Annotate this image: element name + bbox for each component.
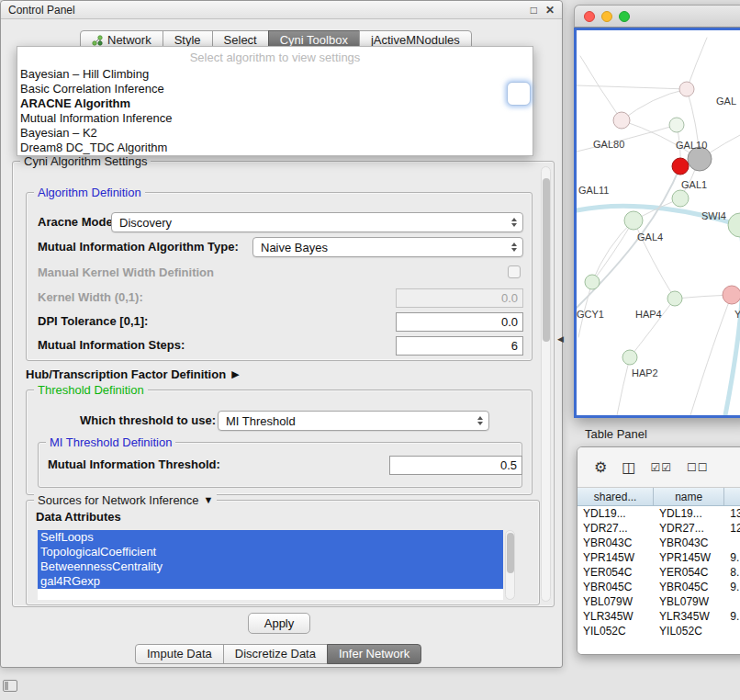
algorithm-option[interactable]: ARACNE Algorithm	[17, 96, 533, 111]
table-row[interactable]: YDR27...YDR27...12	[577, 521, 740, 536]
settings-scrollbar[interactable]	[541, 166, 551, 602]
table-row[interactable]: YPR145WYPR145W9.	[577, 550, 740, 565]
network-node-label: SWI4	[701, 210, 726, 221]
table-row[interactable]: YBR045CYBR045C9.	[577, 580, 740, 594]
kernel-width-field[interactable]: 0.0	[396, 288, 523, 308]
gear-icon[interactable]: ⚙	[594, 460, 607, 475]
table-cell: YIL052C	[654, 624, 724, 638]
network-edge[interactable]	[690, 295, 732, 415]
table-row[interactable]: YER054CYER054C8.	[577, 565, 740, 580]
deselect-all-checkboxes-icon[interactable]: ☐☐	[687, 460, 709, 475]
table-cell: 12	[724, 521, 740, 536]
network-node[interactable]	[667, 291, 682, 306]
bottom-tab-discretize-data[interactable]: Discretize Data	[223, 644, 328, 664]
network-node[interactable]	[585, 275, 600, 289]
table-column-header[interactable]	[724, 488, 740, 505]
splitter-collapse-icon[interactable]: ◀	[557, 334, 564, 344]
table-row[interactable]: YLR345WYLR345W9.	[577, 609, 740, 624]
network-canvas[interactable]: GAL80GALGAL10GAL11GAL1SWI4GAL4GCY1HAP4YH…	[577, 30, 740, 415]
network-node[interactable]	[672, 158, 689, 175]
network-edge[interactable]	[580, 56, 622, 120]
table-row[interactable]: YDL19...YDL19...13	[577, 506, 740, 521]
table-row[interactable]: YIL052CYIL052C	[577, 624, 740, 638]
network-node-label: GAL	[716, 96, 736, 107]
network-edge[interactable]	[630, 299, 675, 357]
docked-panel-icon[interactable]	[3, 680, 17, 692]
data-attribute-item[interactable]: gal4RGexp	[38, 574, 503, 589]
settings-scrollbar-thumb[interactable]	[543, 178, 550, 342]
zoom-traffic-light[interactable]	[619, 11, 630, 22]
hub-definition-toggle[interactable]: Hub/Transcription Factor Definition ▶	[26, 366, 240, 382]
network-view-window: GAL80GALGAL10GAL11GAL1SWI4GAL4GCY1HAP4YH…	[574, 5, 740, 418]
sources-group-title: Sources for Network Inference	[38, 493, 199, 507]
apply-button[interactable]: Apply	[248, 613, 310, 634]
control-panel-title: Control Panel	[8, 4, 75, 17]
table-cell: YBR045C	[577, 580, 654, 594]
table-body: YDL19...YDL19...13YDR27...YDR27...12YBR0…	[577, 506, 740, 654]
data-attribute-item[interactable]: BetweennessCentrality	[38, 559, 503, 574]
sources-group-title-row[interactable]: Sources for Network Inference ▼	[34, 493, 217, 507]
data-attribute-item[interactable]: TopologicalCoefficient	[38, 545, 503, 559]
algorithm-option[interactable]: Basic Correlation Inference	[17, 82, 533, 96]
table-row[interactable]: YBL079WYBL079W	[577, 594, 740, 609]
close-icon[interactable]: ✕	[545, 5, 555, 16]
mi-algorithm-type-select[interactable]: Naive Bayes	[252, 237, 523, 257]
mi-steps-field[interactable]: 6	[396, 336, 523, 356]
dpi-tolerance-field[interactable]: 0.0	[396, 312, 523, 332]
network-edge[interactable]	[725, 225, 740, 415]
attributes-list-scrollbar[interactable]	[505, 530, 515, 600]
algorithm-option[interactable]: Bayesian – K2	[17, 126, 533, 141]
data-attribute-item[interactable]: SelfLoops	[38, 530, 503, 545]
algorithm-definition-title: Algorithm Definition	[34, 186, 145, 199]
table-row[interactable]: YBR043CYBR043C	[577, 536, 740, 550]
network-edge[interactable]	[622, 89, 687, 120]
network-node[interactable]	[613, 112, 630, 129]
table-cell: YBR045C	[654, 580, 724, 594]
algorithm-dropdown-popup: Select algorithm to view settings Bayesi…	[17, 46, 533, 156]
table-panel-window: ⚙ ◫ ☑☑ ☐☐ shared...name YDL19...YDL19...…	[577, 446, 740, 655]
mi-threshold-field[interactable]: 0.5	[389, 456, 522, 475]
network-node[interactable]	[723, 286, 740, 304]
float-window-icon[interactable]: □	[531, 5, 537, 16]
network-node[interactable]	[622, 350, 637, 365]
table-column-header[interactable]: name	[654, 488, 724, 505]
table-column-header[interactable]: shared...	[577, 488, 654, 505]
bottom-tab-infer-network[interactable]: Infer Network	[327, 644, 421, 664]
algorithm-option[interactable]: Bayesian – Hill Climbing	[17, 67, 533, 82]
algorithm-dropdown-placeholder: Select algorithm to view settings	[17, 47, 533, 67]
network-edge[interactable]	[617, 357, 630, 415]
columns-icon[interactable]: ◫	[622, 460, 635, 475]
close-traffic-light[interactable]	[584, 11, 595, 22]
minimize-traffic-light[interactable]	[601, 11, 612, 22]
aracne-mode-select[interactable]: Discovery	[111, 212, 523, 232]
table-cell: YDL19...	[654, 506, 724, 521]
table-cell: YER054C	[654, 565, 724, 580]
manual-kernel-width-checkbox[interactable]	[508, 265, 521, 278]
network-edge[interactable]	[577, 125, 677, 152]
network-edge[interactable]	[687, 38, 707, 89]
table-cell: YLR345W	[654, 609, 724, 624]
network-node[interactable]	[679, 82, 694, 96]
mi-threshold-group: MI Threshold Definition Mutual Informati…	[38, 442, 522, 488]
data-attributes-list[interactable]: SelfLoopsTopologicalCoefficientBetweenne…	[38, 530, 503, 600]
network-edge[interactable]	[577, 85, 687, 89]
which-threshold-label: Which threshold to use:	[80, 413, 216, 427]
mi-type-label: Mutual Information Algorithm Type:	[38, 240, 239, 254]
bottom-tab-impute-data[interactable]: Impute Data	[135, 644, 224, 664]
table-cell: YBR043C	[577, 536, 654, 550]
screen: Control Panel □ ✕ NetworkStyleSelectCyni…	[0, 0, 740, 700]
control-panel-titlebar[interactable]: Control Panel □ ✕	[1, 1, 562, 19]
which-threshold-select[interactable]: MI Threshold	[218, 411, 489, 431]
network-node[interactable]	[728, 213, 740, 237]
network-node-label: GAL4	[637, 231, 663, 243]
network-node[interactable]	[624, 211, 643, 230]
network-window-titlebar[interactable]	[574, 5, 740, 28]
network-node[interactable]	[669, 118, 684, 132]
network-node[interactable]	[672, 190, 689, 207]
select-all-checkboxes-icon[interactable]: ☑☑	[650, 460, 672, 475]
algorithm-option[interactable]: Mutual Information Inference	[17, 111, 533, 126]
data-attributes-label: Data Attributes	[36, 510, 121, 524]
algorithm-option[interactable]: Dream8 DC_TDC Algorithm	[17, 141, 533, 155]
table-panel-title: Table Panel	[585, 427, 647, 441]
attributes-list-scrollbar-thumb[interactable]	[507, 533, 514, 573]
